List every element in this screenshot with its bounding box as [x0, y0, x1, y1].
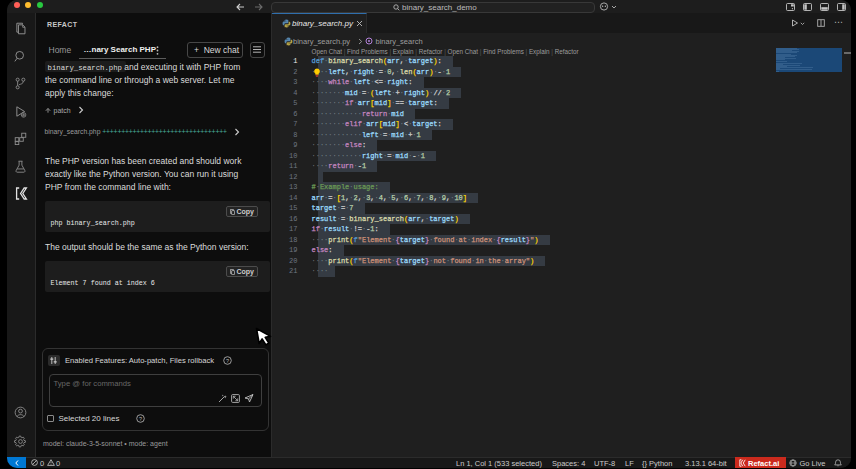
svg-text:?: ?	[138, 415, 141, 421]
svg-text:?: ?	[226, 357, 229, 363]
